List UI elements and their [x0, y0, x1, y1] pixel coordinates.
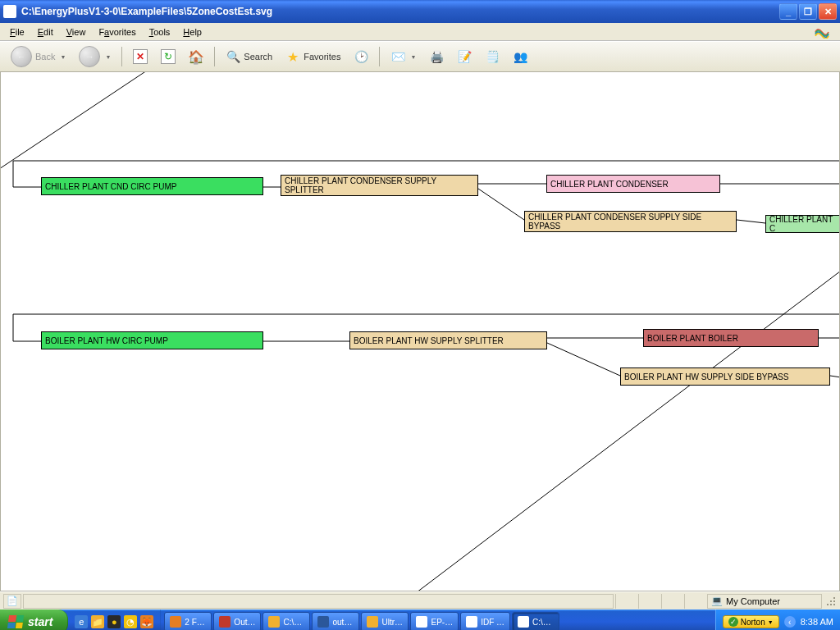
document-viewport[interactable]: CHILLER PLANT CND CIRC PUMP CHILLER PLAN… [0, 72, 840, 591]
ql-firefox-icon[interactable]: 🦊 [140, 615, 153, 628]
status-page-icon: 📄 [3, 594, 21, 609]
forward-dropdown-icon: ▼ [105, 54, 111, 60]
mail-icon: ✉️ [390, 49, 405, 64]
node-boiler-splitter: BOILER PLANT HW SUPPLY SPLITTER [349, 331, 547, 349]
start-label: start [28, 615, 52, 628]
messenger-button[interactable]: 👥 [507, 46, 533, 67]
forward-arrow-icon: → [79, 46, 100, 67]
nav-forward-button[interactable]: → ▼ [73, 43, 116, 71]
svg-rect-18 [833, 597, 835, 599]
resize-grip[interactable] [824, 596, 837, 607]
word-icon [317, 616, 329, 628]
menu-bar: File Edit View Favorites Tools Help [0, 23, 840, 41]
status-text-pane [23, 594, 614, 609]
search-label: Search [244, 52, 272, 62]
mail-button[interactable]: ✉️▼ [385, 46, 422, 67]
menu-view[interactable]: View [60, 25, 93, 39]
task-ep[interactable]: EP-… [410, 612, 459, 630]
maximize-button[interactable]: ❐ [799, 3, 817, 20]
node-boiler-pump: BOILER PLANT HW CIRC PUMP [41, 331, 263, 349]
refresh-button[interactable]: ↻ [155, 46, 181, 67]
norton-button[interactable]: ✓ Norton▼ [723, 615, 779, 628]
edit-button[interactable]: 📝 [451, 46, 477, 67]
search-button[interactable]: 🔍 Search [220, 46, 278, 67]
star-icon: ★ [285, 49, 300, 64]
ql-app-icon[interactable]: ● [107, 615, 121, 628]
ql-outlook-icon[interactable]: ◔ [124, 615, 137, 628]
system-tray: ✓ Norton▼ ‹ 8:38 AM [715, 609, 840, 630]
toolbar: ← Back ▼ → ▼ ✕ ↻ 🏠 🔍 Search ★ Favorites … [0, 41, 840, 72]
close-button[interactable]: ✕ [819, 3, 837, 20]
idf-icon [466, 616, 477, 628]
favorites-button[interactable]: ★ Favorites [280, 46, 346, 67]
status-zone-label: My Computer [726, 596, 780, 606]
print-button[interactable]: 🖨️ [423, 46, 450, 67]
ql-explorer-icon[interactable]: 📁 [91, 615, 104, 628]
quick-launch: e 📁 ● ◔ 🦊 [68, 609, 161, 630]
nav-back-button[interactable]: ← Back ▼ [5, 43, 71, 71]
svg-rect-22 [830, 604, 832, 605]
toolbar-separator [121, 47, 122, 66]
svg-line-17 [830, 376, 840, 377]
stop-icon: ✕ [133, 49, 148, 64]
stop-button[interactable]: ✕ [127, 46, 153, 67]
svg-rect-20 [833, 600, 835, 602]
task-firefox[interactable]: 2 F… [164, 612, 212, 630]
task-ie-active[interactable]: C:\… [512, 612, 559, 630]
minimize-button[interactable]: _ [779, 3, 797, 20]
taskbar: start e 📁 ● ◔ 🦊 2 F… Out… C:\… out… Ultr… [0, 609, 840, 630]
check-icon: ✓ [728, 617, 738, 627]
toolbar-separator [214, 47, 215, 66]
menu-edit[interactable]: Edit [31, 25, 60, 39]
ql-ie-icon[interactable]: e [75, 615, 88, 628]
discuss-button[interactable]: 🗒️ [479, 46, 505, 67]
windows-flag-icon [7, 615, 24, 628]
svg-rect-23 [833, 604, 835, 605]
ep-icon [416, 616, 427, 628]
window-title: C:\EnergyPlusV1-3-0\ExampleFiles\5ZoneCo… [21, 6, 779, 17]
svg-rect-21 [827, 604, 829, 605]
toolbar-separator [379, 47, 380, 66]
pdf-icon [219, 616, 231, 628]
node-boiler-bypass: BOILER PLANT HW SUPPLY SIDE BYPASS [620, 368, 830, 386]
task-explorer[interactable]: C:\… [262, 612, 310, 630]
home-button[interactable]: 🏠 [183, 46, 209, 67]
task-word[interactable]: out… [312, 612, 359, 630]
favorites-label: Favorites [304, 52, 340, 62]
search-icon: 🔍 [226, 49, 240, 64]
start-button[interactable]: start [0, 609, 68, 630]
folder-icon [268, 616, 280, 628]
norton-label: Norton [741, 618, 765, 627]
home-icon: 🏠 [189, 49, 203, 64]
node-chiller-partial: CHILLER PLANT C [765, 215, 840, 233]
mail-dropdown-icon: ▼ [410, 54, 416, 60]
menu-favorites[interactable]: Favorites [92, 25, 142, 39]
status-bar: 📄 💻 My Computer [0, 591, 840, 609]
node-boiler-boiler: BOILER PLANT BOILER [643, 329, 819, 347]
tray-hide-icon[interactable]: ‹ [784, 616, 796, 628]
editor-icon [367, 616, 378, 628]
messenger-icon: 👥 [513, 49, 527, 64]
print-icon: 🖨️ [429, 49, 444, 64]
menu-help[interactable]: Help [176, 25, 208, 39]
node-chiller-pump: CHILLER PLANT CND CIRC PUMP [41, 177, 263, 195]
node-chiller-condenser: CHILLER PLANT CONDENSER [546, 175, 720, 193]
title-bar: C:\EnergyPlusV1-3-0\ExampleFiles\5ZoneCo… [0, 0, 840, 23]
tray-clock[interactable]: 8:38 AM [801, 617, 833, 627]
status-zone-pane: 💻 My Computer [707, 594, 822, 609]
edit-icon: 📝 [457, 49, 472, 64]
my-computer-icon: 💻 [711, 596, 723, 606]
back-arrow-icon: ← [11, 46, 32, 67]
task-outlook[interactable]: Out… [213, 612, 261, 630]
task-idf[interactable]: IDF … [460, 612, 510, 630]
back-label: Back [35, 52, 55, 62]
ie-throbber-icon [807, 24, 837, 40]
menu-file[interactable]: File [3, 25, 31, 39]
task-ultraedit[interactable]: Ultr… [361, 612, 409, 630]
svg-line-9 [737, 220, 765, 223]
svg-rect-19 [830, 600, 832, 602]
history-button[interactable]: 🕑 [348, 46, 374, 67]
back-dropdown-icon: ▼ [60, 54, 66, 60]
menu-tools[interactable]: Tools [143, 25, 177, 39]
svg-line-15 [547, 343, 620, 376]
